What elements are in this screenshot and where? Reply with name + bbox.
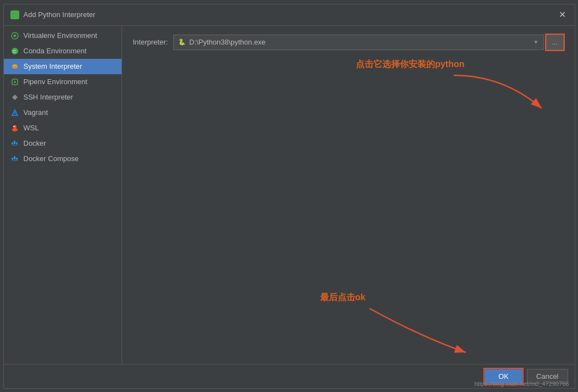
ssh-label: SSH Interpreter — [24, 93, 73, 101]
bottom-annotation: 最后点击ok — [320, 292, 366, 303]
interpreter-select-wrapper: 🐍 D:\Python38\python.exe ▼ ... — [173, 35, 563, 50]
ssh-icon — [10, 93, 19, 102]
svg-point-18 — [13, 126, 14, 127]
svg-rect-24 — [12, 158, 13, 159]
top-annotation: 点击它选择你安装的python — [356, 59, 464, 70]
interpreter-path: D:\Python38\python.exe — [189, 38, 266, 46]
svg-rect-26 — [16, 158, 18, 159]
svg-rect-2 — [12, 15, 15, 18]
content-area: Interpreter: 🐍 D:\Python38\python.exe ▼ … — [122, 26, 575, 364]
top-arrow-svg — [448, 70, 547, 114]
docker-icon — [10, 139, 19, 148]
wsl-label: WSL — [24, 124, 39, 132]
dialog-title: Add Python Interpreter — [24, 10, 96, 19]
svg-marker-14 — [12, 95, 18, 100]
svg-point-7 — [13, 64, 17, 67]
pipenv-icon — [10, 78, 19, 86]
watermark: https://blog.csdn.net/m0_47290766 — [475, 380, 569, 387]
conda-label: Conda Environment — [24, 47, 87, 55]
sidebar: Virtualenv EnvironmentCConda Environment… — [4, 26, 122, 364]
title-bar: Add Python Interpreter ✕ — [4, 4, 575, 26]
svg-text:V: V — [14, 111, 16, 115]
system-label: System Interpreter — [24, 62, 82, 70]
sidebar-item-vagrant[interactable]: VVagrant — [4, 105, 122, 120]
interpreter-row: Interpreter: 🐍 D:\Python38\python.exe ▼ … — [133, 35, 564, 50]
sidebar-item-docker-compose[interactable]: Docker Compose — [4, 151, 122, 167]
vagrant-icon: V — [10, 108, 19, 117]
svg-rect-20 — [12, 142, 13, 144]
sidebar-item-ssh[interactable]: SSH Interpreter — [4, 90, 122, 105]
sidebar-item-system[interactable]: System Interpreter — [4, 59, 122, 74]
svg-rect-27 — [14, 156, 15, 158]
python-icon: 🐍 — [178, 38, 186, 46]
bottom-bar: OK Cancel https://blog.csdn.net/m0_47290… — [4, 364, 575, 388]
sidebar-item-docker[interactable]: Docker — [4, 136, 122, 151]
browse-button[interactable]: ... — [546, 35, 564, 50]
svg-point-19 — [14, 125, 15, 126]
svg-rect-21 — [14, 142, 15, 144]
app-icon — [10, 10, 19, 19]
svg-rect-23 — [14, 141, 15, 142]
dialog: Add Python Interpreter ✕ Virtualenv Envi… — [3, 4, 575, 389]
conda-icon: C — [10, 47, 19, 56]
sidebar-item-pipenv[interactable]: Pipenv Environment — [4, 74, 122, 90]
title-bar-left: Add Python Interpreter — [10, 10, 96, 19]
interpreter-dropdown[interactable]: 🐍 D:\Python38\python.exe ▼ — [173, 35, 543, 50]
interpreter-dropdown-inner: 🐍 D:\Python38\python.exe — [178, 38, 266, 46]
interpreter-label: Interpreter: — [133, 38, 168, 46]
svg-point-8 — [13, 67, 17, 69]
virtualenv-label: Virtualenv Environment — [24, 31, 97, 40]
docker-compose-icon — [10, 154, 19, 163]
docker-label: Docker — [24, 139, 46, 147]
sidebar-item-conda[interactable]: CConda Environment — [4, 43, 122, 59]
vagrant-label: Vagrant — [24, 108, 48, 117]
sidebar-item-virtualenv[interactable]: Virtualenv Environment — [4, 28, 122, 43]
svg-rect-3 — [15, 15, 18, 18]
svg-rect-0 — [12, 12, 15, 15]
docker-compose-label: Docker Compose — [24, 154, 79, 163]
pipenv-label: Pipenv Environment — [24, 78, 87, 86]
close-button[interactable]: ✕ — [557, 9, 568, 20]
dropdown-arrow-icon: ▼ — [533, 39, 539, 45]
dialog-body: Virtualenv EnvironmentCConda Environment… — [4, 26, 575, 364]
svg-rect-1 — [15, 12, 18, 15]
svg-rect-25 — [14, 158, 15, 159]
svg-rect-22 — [16, 142, 18, 144]
bottom-arrow-svg — [364, 303, 474, 358]
virtualenv-icon — [10, 31, 19, 40]
sidebar-item-wsl[interactable]: WSL — [4, 120, 122, 136]
svg-text:C: C — [13, 49, 16, 54]
wsl-icon — [10, 124, 19, 132]
system-icon — [10, 62, 19, 71]
